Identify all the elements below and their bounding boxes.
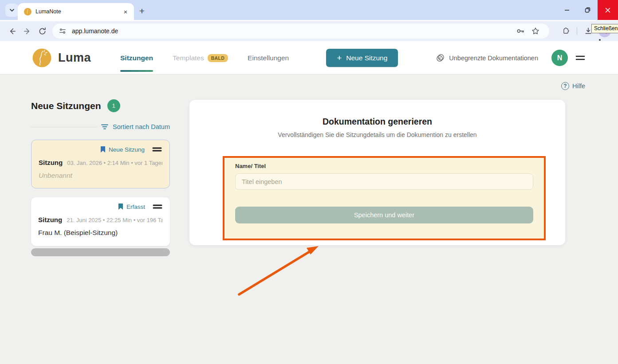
star-icon	[531, 27, 540, 35]
nav-item-einstellungen[interactable]: Einstellungen	[238, 42, 299, 74]
card-menu-icon	[152, 146, 162, 153]
plus-icon: +	[337, 54, 342, 62]
restore-icon	[585, 7, 590, 13]
bookmark-page-button[interactable]	[528, 23, 543, 39]
extensions-button[interactable]	[558, 23, 573, 39]
site-settings-icon	[59, 27, 67, 35]
user-avatar[interactable]: N	[551, 50, 568, 66]
sidebar-title: Neue Sitzungen	[31, 101, 101, 111]
tab-search-button[interactable]	[5, 4, 19, 17]
puzzle-icon	[561, 27, 570, 35]
session-meta: 21. Juni 2025 • 22:25 Min • vor 196 Tage	[67, 217, 163, 223]
coming-soon-badge: BALD	[208, 54, 228, 62]
session-count-badge: 1	[107, 99, 120, 112]
session-status-tag[interactable]: Erfasst	[118, 203, 145, 210]
card-menu-button[interactable]	[152, 146, 162, 153]
menu-kebab-icon[interactable]	[599, 39, 601, 41]
address-bar[interactable]: app.lumanote.de	[52, 23, 549, 39]
minimize-icon	[564, 8, 570, 13]
close-window-button[interactable]	[598, 0, 618, 20]
session-progress-bar	[31, 248, 170, 256]
plan-indicator: Unbegrenzte Dokumentationen	[436, 53, 538, 63]
title-field-label: Name/ Titel	[235, 163, 533, 169]
chevron-down-icon	[9, 7, 15, 13]
divider	[31, 127, 97, 127]
title-input[interactable]	[235, 173, 533, 190]
browser-toolbar: app.lumanote.de	[0, 20, 618, 42]
filter-icon	[101, 124, 109, 130]
tab-close-icon[interactable]: ×	[122, 8, 130, 16]
card-menu-button[interactable]	[152, 204, 163, 210]
close-icon	[605, 8, 610, 13]
luma-logo-icon	[32, 48, 52, 68]
app-header: Luma Sitzungen Templates BALD Einstellun…	[0, 42, 618, 74]
help-label: Hilfe	[572, 82, 585, 90]
session-type: Sitzung	[39, 159, 63, 166]
session-card-example[interactable]: Erfasst Sitzung 21. Juni 2025 • 22:25 Mi…	[31, 197, 170, 246]
annotation-arrow	[233, 243, 326, 301]
sidebar-header: Neue Sitzungen 1	[31, 99, 120, 112]
brand-name: Luma	[58, 51, 91, 65]
new-tab-button[interactable]: +	[136, 5, 148, 17]
sort-by-date-link[interactable]: Sortiert nach Datum	[113, 123, 170, 130]
save-and-continue-button[interactable]: Speichern und weiter	[235, 207, 533, 223]
toolbar-divider	[577, 27, 577, 35]
browser-window: LumaNote × + app.lumanote.d	[0, 0, 618, 364]
tab-favicon-icon	[24, 8, 31, 16]
annotation-highlight-box: Name/ Titel Speichern und weiter	[223, 156, 546, 240]
forward-icon	[23, 27, 31, 35]
reload-icon	[38, 27, 47, 35]
session-card-new[interactable]: Neue Sitzung Sitzung 03. Jan. 2026 • 2:1…	[31, 140, 170, 188]
password-manager-button[interactable]	[513, 23, 528, 39]
back-icon	[8, 27, 16, 35]
bookmark-icon	[118, 203, 124, 210]
panel-title: Dokumentation generieren	[189, 117, 565, 127]
forward-button[interactable]	[20, 23, 35, 39]
nav-item-sitzungen[interactable]: Sitzungen	[110, 42, 163, 74]
documentation-panel: Dokumentation generieren Vervollständige…	[189, 100, 565, 245]
session-name[interactable]: Unbenannt	[39, 172, 162, 180]
card-menu-icon	[152, 204, 163, 210]
minimize-button[interactable]	[557, 0, 577, 20]
session-type: Sitzung	[38, 216, 62, 223]
question-icon: ?	[561, 82, 569, 90]
panel-subtitle: Vervollständigen Sie die Sitzungdetails …	[189, 131, 565, 138]
close-button-tooltip: Schließen	[591, 24, 618, 33]
app-menu-button[interactable]	[575, 54, 586, 62]
tab-title: LumaNote	[35, 8, 122, 15]
brand[interactable]: Luma	[32, 48, 91, 68]
plan-label: Unbegrenzte Dokumentationen	[449, 55, 538, 62]
sort-row: Sortiert nach Datum	[31, 123, 170, 130]
session-meta: 03. Jan. 2026 • 2:14 Min • vor 1 Tagen	[67, 160, 162, 166]
bookmark-icon	[100, 146, 106, 153]
reload-button[interactable]	[35, 23, 50, 39]
main-nav: Sitzungen Templates BALD Einstellungen	[110, 42, 299, 74]
session-name[interactable]: Frau M. (Beispiel-Sitzung)	[38, 229, 163, 237]
window-controls	[557, 0, 618, 20]
new-session-button[interactable]: + Neue Sitzung	[326, 49, 398, 67]
key-icon	[516, 26, 525, 36]
url-text[interactable]: app.lumanote.de	[72, 27, 513, 35]
tab-strip: LumaNote × +	[0, 0, 618, 20]
session-status-tag[interactable]: Neue Sitzung	[100, 146, 145, 153]
documents-icon	[436, 53, 445, 63]
active-tab-underline	[120, 70, 153, 72]
back-button[interactable]	[4, 23, 20, 39]
hamburger-icon	[575, 54, 586, 62]
page-content: ? Hilfe Neue Sitzungen 1 Sortiert nach D…	[0, 74, 618, 364]
restore-button[interactable]	[577, 0, 598, 20]
browser-tab[interactable]: LumaNote ×	[18, 3, 134, 20]
help-link[interactable]: ? Hilfe	[561, 82, 585, 90]
header-right: Unbegrenzte Dokumentationen N	[436, 50, 586, 66]
nav-item-templates[interactable]: Templates BALD	[163, 42, 238, 74]
